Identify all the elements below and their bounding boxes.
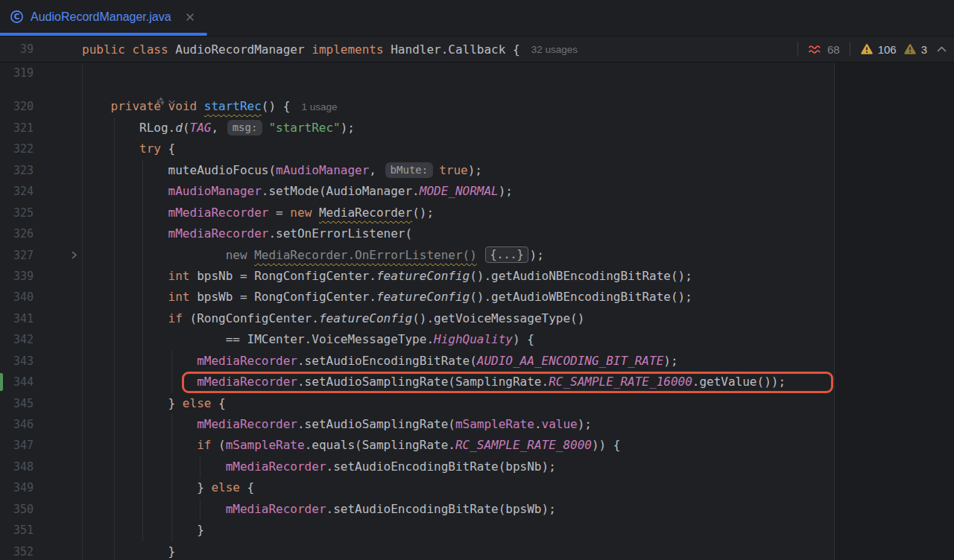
line-number[interactable]: 339 [0,266,34,287]
line-number[interactable]: 340 [0,287,34,308]
error-stripe-count: 68 [827,43,840,56]
sticky-header-line[interactable]: 39 public class AudioRecordManager imple… [0,36,954,63]
code-line-349[interactable]: 349 } else { [0,477,954,498]
line-number[interactable]: 323 [0,160,34,181]
code-token: } [168,544,176,559]
line-number[interactable]: 342 [0,329,34,350]
param-hint-chip[interactable]: msg: [227,120,263,136]
code-token: == IMCenter.VoiceMessageType. [226,332,434,346]
code-line-321[interactable]: 321 RLog.d(TAG, msg:"startRec"); [0,118,954,139]
line-number[interactable]: 350 [0,499,34,520]
code-token: implements [312,42,383,57]
line-number[interactable]: 345 [0,393,34,414]
error-stripe-group[interactable]: 68 [808,43,840,56]
line-number[interactable]: 341 [0,308,34,329]
code-token: ); [530,248,544,262]
code-token: int [168,269,190,283]
ide-window: C AudioRecordManager.java 39 public clas… [0,0,954,560]
code-token: { [211,396,225,410]
code-line-327[interactable]: 327 new MediaRecorder.OnErrorListener() … [0,245,954,266]
code-line-346[interactable]: 346 mMediaRecorder.setAudioSamplingRate(… [0,414,954,435]
code-token: } [197,480,211,494]
code-token: MediaRecorder [319,206,412,220]
code-token: void [168,99,198,113]
code-token: startRec [204,99,262,113]
code-line-340[interactable]: 340 int bpsWb = RongConfigCenter.feature… [0,287,954,308]
code-token: .setMode(AudioManager. [262,184,420,198]
line-number[interactable]: 344 [0,372,34,392]
code-line-322[interactable]: 322 try { [0,139,954,159]
line-number[interactable]: 321 [0,118,34,139]
code-text: == IMCenter.VoiceMessageType.HighQuality… [82,329,954,350]
line-number[interactable]: 324 [0,181,34,202]
code-token: ( [211,438,225,452]
code-line-341[interactable]: 341 if (RongConfigCenter.featureConfig()… [0,308,954,329]
code-token [82,269,168,283]
code-editor[interactable]: 319 320 private void startRec() {1 usage… [0,63,954,560]
code-token: MediaRecorder.OnErrorListener() [254,248,477,262]
param-hint-chip[interactable]: bMute: [385,162,434,178]
code-token [82,184,168,198]
code-line-342[interactable]: 342 == IMCenter.VoiceMessageType.HighQua… [0,329,954,350]
code-line-326[interactable]: 326 mMediaRecorder.setOnErrorListener( [0,223,954,244]
code-token: int [168,290,190,304]
code-line-344[interactable]: 344 mMediaRecorder.setAudioSamplingRate(… [0,372,954,392]
code-line-339[interactable]: 339 int bpsNb = RongConfigCenter.feature… [0,266,954,287]
code-text: int bpsNb = RongConfigCenter.featureConf… [82,266,954,287]
code-line-343[interactable]: 343 mMediaRecorder.setAudioEncodingBitRa… [0,351,954,372]
line-number[interactable]: 349 [0,477,34,498]
code-line-345[interactable]: 345 } else { [0,393,954,414]
line-number[interactable]: 346 [0,414,34,435]
code-text: mAudioManager.setMode(AudioManager.MODE_… [82,181,954,202]
code-line-352[interactable]: 352 } [0,541,954,560]
chevron-up-icon[interactable] [937,46,947,52]
code-line-319[interactable]: 319 [0,63,954,83]
vcs-change-marker[interactable] [0,373,3,391]
sticky-code-text: public class AudioRecordManager implemen… [82,36,520,63]
code-token [477,248,484,262]
line-number[interactable]: 343 [0,351,34,372]
code-line-324[interactable]: 324 mAudioManager.setMode(AudioManager.M… [0,181,954,202]
usages-inlay[interactable]: 1 usage [301,101,337,112]
line-number[interactable]: 347 [0,435,34,456]
code-token: else [211,480,240,494]
code-token: mAudioManager [168,184,262,198]
line-number[interactable]: 327 [0,245,34,266]
code-text [82,63,954,83]
class-usages-inlay[interactable]: 32 usages [531,44,578,55]
code-line-347[interactable]: 347 if (mSampleRate.equals(SamplingRate.… [0,435,954,456]
code-token: featureConfig [376,269,470,283]
tab-close-icon[interactable] [186,13,195,22]
code-token: RC_SAMPLE_RATE_16000 [549,375,692,389]
fold-arrow-icon[interactable] [70,251,78,259]
code-token: new [226,248,255,262]
line-number[interactable]: 322 [0,139,34,159]
code-token: = [268,206,290,220]
folded-region[interactable]: {...} [485,246,528,263]
code-token: ().getVoiceMessageType() [412,311,584,325]
code-token: true [439,163,468,177]
line-number[interactable]: 348 [0,456,34,477]
error-squiggle-icon [808,44,823,55]
code-token: .setAudioEncodingBitRate( [297,354,477,368]
line-number[interactable]: 325 [0,203,34,223]
code-token [82,290,168,304]
line-number[interactable]: 352 [0,541,34,560]
code-line-351[interactable]: 351 } [0,520,954,541]
code-line-323[interactable]: 323 muteAudioFocus(mAudioManager, bMute:… [0,160,954,181]
line-number[interactable]: 351 [0,520,34,541]
code-line-350[interactable]: 350 mMediaRecorder.setAudioEncodingBitRa… [0,499,954,520]
annotation-inlay-row [0,83,954,96]
code-line-320[interactable]: 320 private void startRec() {1 usage [0,96,954,117]
line-number[interactable]: 320 [0,96,34,117]
warning-group[interactable]: 106 [860,43,897,56]
code-token: AUDIO_AA_ENCODING_BIT_RATE [477,354,663,368]
code-line-325[interactable]: 325 mMediaRecorder = new MediaRecorder()… [0,203,954,223]
tab-audiorecordmanager[interactable]: C AudioRecordManager.java [0,0,207,34]
weak-warning-group[interactable]: 3 [903,43,927,56]
line-number[interactable]: 319 [0,63,34,83]
code-line-348[interactable]: 348 mMediaRecorder.setAudioEncodingBitRa… [0,456,954,477]
line-number[interactable]: 326 [0,223,34,244]
code-token: mMediaRecorder [197,354,297,368]
code-token: mMediaRecorder [226,502,326,516]
